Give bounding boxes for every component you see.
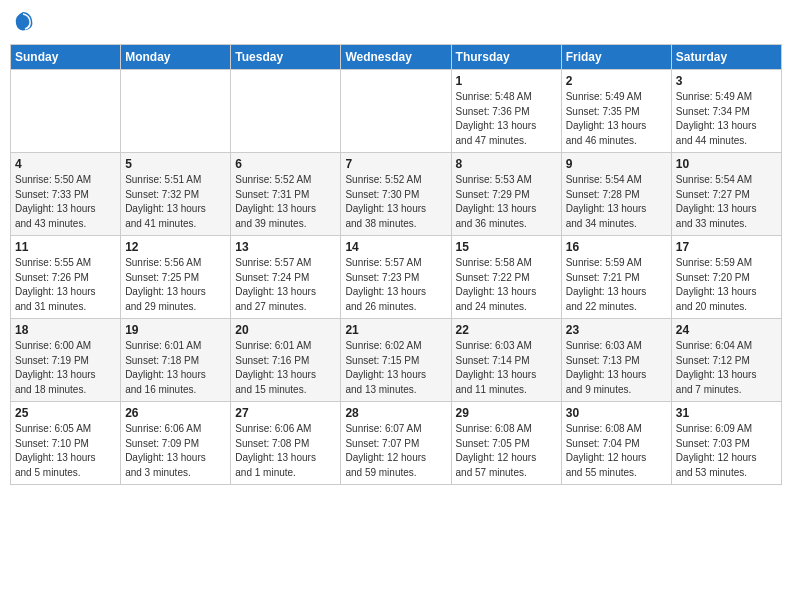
day-info: Sunrise: 6:03 AM Sunset: 7:13 PM Dayligh…	[566, 339, 667, 397]
day-number: 8	[456, 157, 557, 171]
page-header	[10, 10, 782, 36]
day-cell: 27Sunrise: 6:06 AM Sunset: 7:08 PM Dayli…	[231, 402, 341, 485]
day-cell: 11Sunrise: 5:55 AM Sunset: 7:26 PM Dayli…	[11, 236, 121, 319]
logo	[10, 14, 34, 36]
day-number: 5	[125, 157, 226, 171]
day-cell	[231, 70, 341, 153]
header-cell-tuesday: Tuesday	[231, 45, 341, 70]
day-info: Sunrise: 5:48 AM Sunset: 7:36 PM Dayligh…	[456, 90, 557, 148]
day-number: 16	[566, 240, 667, 254]
day-info: Sunrise: 6:06 AM Sunset: 7:09 PM Dayligh…	[125, 422, 226, 480]
day-info: Sunrise: 5:59 AM Sunset: 7:20 PM Dayligh…	[676, 256, 777, 314]
day-number: 30	[566, 406, 667, 420]
day-number: 2	[566, 74, 667, 88]
day-number: 29	[456, 406, 557, 420]
day-cell: 31Sunrise: 6:09 AM Sunset: 7:03 PM Dayli…	[671, 402, 781, 485]
day-cell	[121, 70, 231, 153]
header-cell-sunday: Sunday	[11, 45, 121, 70]
calendar-table: SundayMondayTuesdayWednesdayThursdayFrid…	[10, 44, 782, 485]
week-row-3: 11Sunrise: 5:55 AM Sunset: 7:26 PM Dayli…	[11, 236, 782, 319]
day-cell: 23Sunrise: 6:03 AM Sunset: 7:13 PM Dayli…	[561, 319, 671, 402]
day-cell: 3Sunrise: 5:49 AM Sunset: 7:34 PM Daylig…	[671, 70, 781, 153]
day-number: 18	[15, 323, 116, 337]
day-info: Sunrise: 5:55 AM Sunset: 7:26 PM Dayligh…	[15, 256, 116, 314]
day-info: Sunrise: 5:56 AM Sunset: 7:25 PM Dayligh…	[125, 256, 226, 314]
header-cell-saturday: Saturday	[671, 45, 781, 70]
day-cell: 13Sunrise: 5:57 AM Sunset: 7:24 PM Dayli…	[231, 236, 341, 319]
day-cell: 12Sunrise: 5:56 AM Sunset: 7:25 PM Dayli…	[121, 236, 231, 319]
day-cell: 19Sunrise: 6:01 AM Sunset: 7:18 PM Dayli…	[121, 319, 231, 402]
day-cell: 2Sunrise: 5:49 AM Sunset: 7:35 PM Daylig…	[561, 70, 671, 153]
day-cell: 28Sunrise: 6:07 AM Sunset: 7:07 PM Dayli…	[341, 402, 451, 485]
day-info: Sunrise: 6:07 AM Sunset: 7:07 PM Dayligh…	[345, 422, 446, 480]
day-number: 15	[456, 240, 557, 254]
day-cell	[341, 70, 451, 153]
day-info: Sunrise: 5:50 AM Sunset: 7:33 PM Dayligh…	[15, 173, 116, 231]
day-cell: 9Sunrise: 5:54 AM Sunset: 7:28 PM Daylig…	[561, 153, 671, 236]
day-cell: 1Sunrise: 5:48 AM Sunset: 7:36 PM Daylig…	[451, 70, 561, 153]
day-cell: 26Sunrise: 6:06 AM Sunset: 7:09 PM Dayli…	[121, 402, 231, 485]
day-number: 26	[125, 406, 226, 420]
day-number: 22	[456, 323, 557, 337]
day-info: Sunrise: 6:00 AM Sunset: 7:19 PM Dayligh…	[15, 339, 116, 397]
day-info: Sunrise: 5:53 AM Sunset: 7:29 PM Dayligh…	[456, 173, 557, 231]
day-number: 7	[345, 157, 446, 171]
day-cell: 30Sunrise: 6:08 AM Sunset: 7:04 PM Dayli…	[561, 402, 671, 485]
day-cell: 6Sunrise: 5:52 AM Sunset: 7:31 PM Daylig…	[231, 153, 341, 236]
day-info: Sunrise: 5:52 AM Sunset: 7:30 PM Dayligh…	[345, 173, 446, 231]
day-number: 24	[676, 323, 777, 337]
week-row-5: 25Sunrise: 6:05 AM Sunset: 7:10 PM Dayli…	[11, 402, 782, 485]
day-info: Sunrise: 6:08 AM Sunset: 7:05 PM Dayligh…	[456, 422, 557, 480]
day-info: Sunrise: 6:06 AM Sunset: 7:08 PM Dayligh…	[235, 422, 336, 480]
day-number: 4	[15, 157, 116, 171]
day-info: Sunrise: 6:01 AM Sunset: 7:18 PM Dayligh…	[125, 339, 226, 397]
day-cell: 8Sunrise: 5:53 AM Sunset: 7:29 PM Daylig…	[451, 153, 561, 236]
day-cell: 5Sunrise: 5:51 AM Sunset: 7:32 PM Daylig…	[121, 153, 231, 236]
day-info: Sunrise: 5:51 AM Sunset: 7:32 PM Dayligh…	[125, 173, 226, 231]
header-cell-monday: Monday	[121, 45, 231, 70]
day-info: Sunrise: 5:59 AM Sunset: 7:21 PM Dayligh…	[566, 256, 667, 314]
day-cell: 20Sunrise: 6:01 AM Sunset: 7:16 PM Dayli…	[231, 319, 341, 402]
day-number: 9	[566, 157, 667, 171]
day-cell: 22Sunrise: 6:03 AM Sunset: 7:14 PM Dayli…	[451, 319, 561, 402]
day-cell: 4Sunrise: 5:50 AM Sunset: 7:33 PM Daylig…	[11, 153, 121, 236]
day-number: 20	[235, 323, 336, 337]
day-number: 11	[15, 240, 116, 254]
day-number: 3	[676, 74, 777, 88]
header-row: SundayMondayTuesdayWednesdayThursdayFrid…	[11, 45, 782, 70]
day-cell: 16Sunrise: 5:59 AM Sunset: 7:21 PM Dayli…	[561, 236, 671, 319]
day-info: Sunrise: 5:52 AM Sunset: 7:31 PM Dayligh…	[235, 173, 336, 231]
day-cell: 17Sunrise: 5:59 AM Sunset: 7:20 PM Dayli…	[671, 236, 781, 319]
day-cell: 7Sunrise: 5:52 AM Sunset: 7:30 PM Daylig…	[341, 153, 451, 236]
day-number: 31	[676, 406, 777, 420]
day-info: Sunrise: 6:08 AM Sunset: 7:04 PM Dayligh…	[566, 422, 667, 480]
day-info: Sunrise: 5:49 AM Sunset: 7:35 PM Dayligh…	[566, 90, 667, 148]
day-cell: 18Sunrise: 6:00 AM Sunset: 7:19 PM Dayli…	[11, 319, 121, 402]
day-number: 25	[15, 406, 116, 420]
day-number: 14	[345, 240, 446, 254]
day-number: 23	[566, 323, 667, 337]
day-info: Sunrise: 6:09 AM Sunset: 7:03 PM Dayligh…	[676, 422, 777, 480]
day-cell	[11, 70, 121, 153]
day-number: 19	[125, 323, 226, 337]
day-cell: 29Sunrise: 6:08 AM Sunset: 7:05 PM Dayli…	[451, 402, 561, 485]
day-cell: 24Sunrise: 6:04 AM Sunset: 7:12 PM Dayli…	[671, 319, 781, 402]
day-info: Sunrise: 5:54 AM Sunset: 7:28 PM Dayligh…	[566, 173, 667, 231]
day-cell: 21Sunrise: 6:02 AM Sunset: 7:15 PM Dayli…	[341, 319, 451, 402]
week-row-1: 1Sunrise: 5:48 AM Sunset: 7:36 PM Daylig…	[11, 70, 782, 153]
header-cell-friday: Friday	[561, 45, 671, 70]
day-number: 12	[125, 240, 226, 254]
week-row-2: 4Sunrise: 5:50 AM Sunset: 7:33 PM Daylig…	[11, 153, 782, 236]
header-cell-thursday: Thursday	[451, 45, 561, 70]
day-info: Sunrise: 6:01 AM Sunset: 7:16 PM Dayligh…	[235, 339, 336, 397]
day-info: Sunrise: 5:57 AM Sunset: 7:24 PM Dayligh…	[235, 256, 336, 314]
day-number: 10	[676, 157, 777, 171]
day-info: Sunrise: 5:58 AM Sunset: 7:22 PM Dayligh…	[456, 256, 557, 314]
day-cell: 15Sunrise: 5:58 AM Sunset: 7:22 PM Dayli…	[451, 236, 561, 319]
header-cell-wednesday: Wednesday	[341, 45, 451, 70]
day-info: Sunrise: 6:04 AM Sunset: 7:12 PM Dayligh…	[676, 339, 777, 397]
day-number: 27	[235, 406, 336, 420]
week-row-4: 18Sunrise: 6:00 AM Sunset: 7:19 PM Dayli…	[11, 319, 782, 402]
day-cell: 25Sunrise: 6:05 AM Sunset: 7:10 PM Dayli…	[11, 402, 121, 485]
day-info: Sunrise: 5:54 AM Sunset: 7:27 PM Dayligh…	[676, 173, 777, 231]
